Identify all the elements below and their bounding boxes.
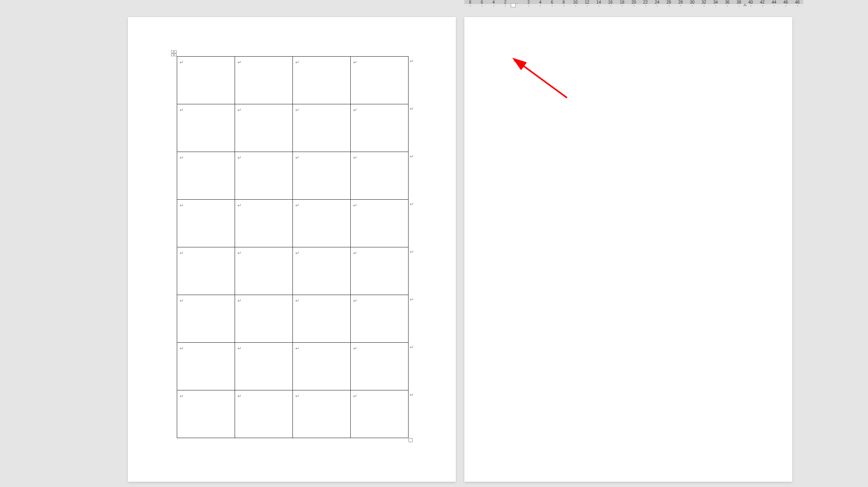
ruler-tick: 2	[523, 0, 534, 4]
table-cell[interactable]: ↵	[293, 343, 351, 390]
paragraph-mark: ↵	[353, 250, 357, 256]
table-row: ↵↵↵↵	[177, 57, 409, 104]
ruler-tick: 18	[616, 0, 628, 4]
paragraph-mark: ↵	[295, 59, 299, 65]
ruler-indent-marker[interactable]	[743, 3, 747, 6]
ruler-tick: 24	[651, 0, 663, 4]
table-cell[interactable]: ↵	[235, 152, 293, 200]
table-cell[interactable]: ↵	[293, 295, 351, 343]
paragraph-mark: ↵	[237, 393, 242, 399]
paragraph-mark: ↵	[353, 107, 357, 113]
paragraph-mark: ↵	[353, 203, 357, 208]
table-cell[interactable]: ↵	[351, 343, 409, 390]
paragraph-mark: ↵	[180, 250, 184, 256]
table-row: ↵↵↵↵	[177, 152, 409, 200]
ruler-tick: 26	[663, 0, 675, 4]
table-row: ↵↵↵↵	[177, 247, 409, 295]
table-cell[interactable]: ↵	[293, 200, 351, 247]
paragraph-mark: ↵	[295, 155, 299, 161]
table-cell[interactable]: ↵	[177, 200, 235, 247]
paragraph-mark: ↵	[180, 346, 184, 351]
table-row: ↵↵↵↵	[177, 200, 409, 247]
table-cell[interactable]: ↵	[351, 57, 409, 104]
table-cell[interactable]: ↵	[177, 295, 235, 343]
paragraph-mark: ↵	[237, 107, 242, 113]
table-cell[interactable]: ↵	[235, 104, 293, 152]
paragraph-mark: ↵	[237, 250, 242, 256]
table-row: ↵↵↵↵	[177, 104, 409, 152]
ruler-tick: 22	[639, 0, 651, 4]
paragraph-mark: ↵	[180, 155, 184, 161]
table-row: ↵↵↵↵	[177, 295, 409, 343]
paragraph-mark: ↵	[295, 393, 299, 399]
document-page-1[interactable]: ↵↵↵↵↵↵↵↵↵↵↵↵↵↵↵↵↵↵↵↵↵↵↵↵↵↵↵↵↵↵↵↵ ↵↵↵↵↵↵↵…	[128, 17, 456, 482]
paragraph-mark: ↵	[295, 203, 299, 208]
table-cell[interactable]: ↵	[293, 152, 351, 200]
table-cell[interactable]: ↵	[351, 152, 409, 200]
table-cell[interactable]: ↵	[177, 247, 235, 295]
paragraph-mark: ↵	[237, 155, 242, 161]
paragraph-mark: ↵	[180, 59, 184, 65]
document-table[interactable]: ↵↵↵↵↵↵↵↵↵↵↵↵↵↵↵↵↵↵↵↵↵↵↵↵↵↵↵↵↵↵↵↵	[177, 56, 409, 438]
table-row: ↵↵↵↵	[177, 390, 409, 438]
paragraph-mark: ↵	[295, 250, 299, 256]
table-move-handle-icon[interactable]	[171, 51, 177, 56]
table-cell[interactable]: ↵	[351, 104, 409, 152]
row-end-mark: ↵	[410, 392, 414, 397]
table-cell[interactable]: ↵	[351, 200, 409, 247]
paragraph-mark: ↵	[180, 298, 184, 304]
paragraph-mark: ↵	[237, 346, 242, 351]
table-cell[interactable]: ↵	[351, 247, 409, 295]
ruler-tick: 2	[499, 0, 511, 4]
table-cell[interactable]: ↵	[351, 390, 409, 438]
table-cell[interactable]: ↵	[177, 390, 235, 438]
paragraph-mark: ↵	[513, 58, 517, 64]
table-cell[interactable]: ↵	[293, 104, 351, 152]
table-row: ↵↵↵↵	[177, 343, 409, 390]
table-cell[interactable]: ↵	[235, 57, 293, 104]
ruler-tick: 16	[604, 0, 616, 4]
ruler-tick: 4	[488, 0, 499, 4]
paragraph-mark: ↵	[353, 298, 357, 304]
table-cell[interactable]: ↵	[177, 104, 235, 152]
ruler-tick: 8	[558, 0, 570, 4]
paragraph-mark: ↵	[180, 393, 184, 399]
ruler-tick: 14	[593, 0, 605, 4]
ruler-tick: 10	[569, 0, 581, 4]
table-cell[interactable]: ↵	[235, 295, 293, 343]
paragraph-mark: ↵	[353, 155, 357, 161]
table-cell[interactable]: ↵	[235, 247, 293, 295]
table-cell[interactable]: ↵	[177, 152, 235, 200]
row-end-mark: ↵	[410, 345, 414, 350]
paragraph-mark: ↵	[295, 107, 299, 113]
ruler-tick: 34	[710, 0, 721, 4]
ruler-tick: 48	[791, 0, 803, 4]
table-cell[interactable]: ↵	[235, 343, 293, 390]
row-end-mark: ↵	[410, 249, 414, 254]
ruler-margin-marker[interactable]	[511, 3, 516, 7]
ruler-tick: 8	[464, 0, 476, 4]
row-end-mark: ↵	[410, 202, 414, 207]
paragraph-mark: ↵	[237, 298, 242, 304]
ruler-tick: 6	[476, 0, 488, 4]
document-page-2[interactable]: ↵	[464, 17, 792, 482]
table-cell[interactable]: ↵	[351, 295, 409, 343]
ruler-tick: 30	[686, 0, 698, 4]
table-cell[interactable]: ↵	[293, 57, 351, 104]
table-cell[interactable]: ↵	[235, 390, 293, 438]
row-end-mark: ↵	[410, 297, 414, 302]
ruler-tick: 20	[628, 0, 640, 4]
paragraph-mark: ↵	[295, 298, 299, 304]
paragraph-mark: ↵	[180, 107, 184, 113]
row-end-mark: ↵	[410, 59, 414, 64]
paragraph-mark: ↵	[353, 393, 357, 399]
table-cell[interactable]: ↵	[177, 343, 235, 390]
table-cell[interactable]: ↵	[293, 390, 351, 438]
table-resize-handle-icon[interactable]	[409, 438, 413, 442]
paragraph-mark: ↵	[237, 59, 242, 65]
table-cell[interactable]: ↵	[235, 200, 293, 247]
table-container: ↵↵↵↵↵↵↵↵↵↵↵↵↵↵↵↵↵↵↵↵↵↵↵↵↵↵↵↵↵↵↵↵ ↵↵↵↵↵↵↵…	[177, 56, 409, 438]
row-end-mark: ↵	[410, 106, 414, 111]
table-cell[interactable]: ↵	[177, 57, 235, 104]
table-cell[interactable]: ↵	[293, 247, 351, 295]
